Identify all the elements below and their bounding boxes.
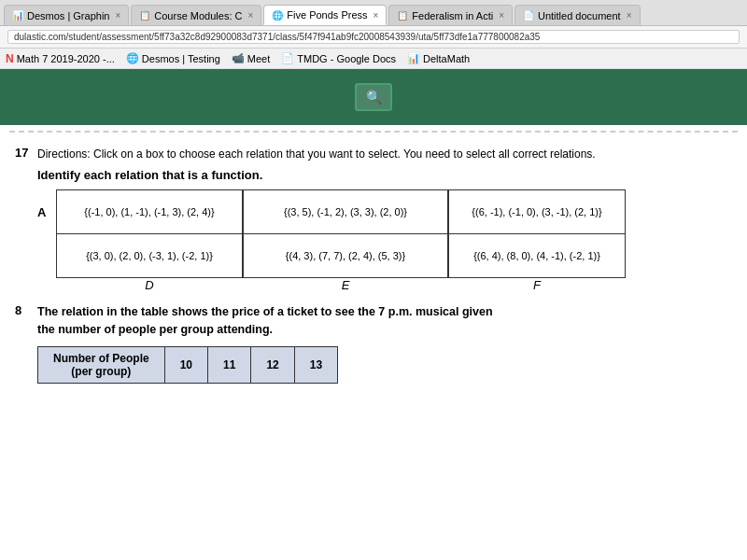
- table-header-10: 10: [164, 346, 207, 383]
- question-17: 17 Directions: Click on a box to choose …: [15, 146, 732, 292]
- tab-desmos-graphing-icon: 📊: [12, 10, 23, 21]
- tab-desmos-graphing[interactable]: 📊 Desmos | Graphin ×: [4, 5, 129, 25]
- grid-rows: A {(-1, 0), (1, -1), (-1, 3), (2, 4)} {(…: [37, 189, 626, 292]
- cell-d1-text: {(3, 0), (2, 0), (-3, 1), (-2, 1)}: [86, 250, 213, 261]
- bookmark-tmdg-label: TMDG - Google Docs: [297, 53, 396, 64]
- tab-desmos-graphing-label: Desmos | Graphin: [27, 10, 109, 21]
- browser-tabs: 📊 Desmos | Graphin × 📋 Course Modules: C…: [0, 0, 747, 26]
- row-a-cells: {(-1, 0), (1, -1), (-1, 3), (2, 4)} {(3,…: [56, 189, 626, 234]
- bookmark-tmdg-icon: 📄: [281, 52, 294, 64]
- below-labels: D E F: [56, 278, 626, 292]
- tab-five-ponds-label: Five Ponds Press: [287, 9, 367, 21]
- url-input[interactable]: dulastic.com/student/assessment/5ff73a32…: [7, 30, 740, 44]
- bookmark-math7[interactable]: N Math 7 2019-2020 -...: [6, 52, 115, 65]
- green-header: 🔍: [0, 69, 747, 125]
- tab-untitled-doc-close[interactable]: ×: [627, 10, 632, 21]
- bookmark-meet-icon: 📹: [232, 52, 245, 64]
- cell-a3-text: {(6, -1), (-1, 0), (3, -1), (2, 1)}: [472, 206, 601, 217]
- tab-untitled-doc-label: Untitled document: [538, 10, 621, 21]
- address-bar: dulastic.com/student/assessment/5ff73a32…: [0, 26, 747, 49]
- search-icon: 🔍: [366, 90, 382, 105]
- tab-untitled-doc[interactable]: 📄 Untitled document ×: [514, 5, 641, 25]
- cell-d1[interactable]: {(3, 0), (2, 0), (-3, 1), (-2, 1)}: [56, 233, 243, 278]
- tab-untitled-doc-icon: 📄: [523, 10, 534, 21]
- question-18: 8 The relation in the table shows the pr…: [15, 303, 732, 384]
- price-table: Number of People(per group) 10 11 12 13: [37, 346, 338, 384]
- question-18-number: 8: [15, 303, 37, 384]
- tab-course-modules-close[interactable]: ×: [247, 10, 253, 21]
- cell-d3[interactable]: {(6, 4), (8, 0), (4, -1), (-2, 1)}: [448, 233, 626, 278]
- q18-strong-2: the number of people per group attending…: [37, 323, 273, 336]
- bookmark-meet[interactable]: 📹 Meet: [232, 52, 270, 64]
- row-a-label: A: [37, 189, 56, 234]
- bookmark-deltamath[interactable]: 📊 DeltaMath: [407, 52, 470, 64]
- table-header-11: 11: [208, 346, 251, 383]
- tab-federalism-close[interactable]: ×: [499, 10, 504, 21]
- bookmark-desmos-testing-icon: 🌐: [126, 52, 139, 64]
- separator: [9, 131, 738, 133]
- tab-desmos-graphing-close[interactable]: ×: [115, 10, 120, 21]
- bookmark-tmdg[interactable]: 📄 TMDG - Google Docs: [281, 52, 396, 64]
- question-18-text: The relation in the table shows the pric…: [37, 303, 493, 339]
- question-17-directions: Directions: Click on a box to choose eac…: [37, 146, 732, 162]
- tab-federalism-icon: 📋: [397, 10, 408, 21]
- table-header-12: 12: [251, 346, 294, 383]
- question-17-prompt: Identify each relation that is a functio…: [37, 168, 732, 182]
- label-f: F: [448, 278, 626, 292]
- question-18-row: 8 The relation in the table shows the pr…: [15, 303, 732, 384]
- tab-five-ponds-icon: 🌐: [272, 10, 283, 21]
- tab-five-ponds[interactable]: 🌐 Five Ponds Press ×: [263, 5, 387, 25]
- q18-strong-1: The relation in the table shows the pric…: [37, 305, 493, 318]
- bookmark-meet-label: Meet: [247, 53, 270, 64]
- row-d-wrapper: D {(3, 0), (2, 0), (-3, 1), (-2, 1)} {(4…: [37, 233, 626, 278]
- bookmark-desmos-testing[interactable]: 🌐 Desmos | Testing: [126, 52, 220, 64]
- row-a-wrapper: A {(-1, 0), (1, -1), (-1, 3), (2, 4)} {(…: [37, 189, 626, 234]
- cell-a1[interactable]: {(-1, 0), (1, -1), (-1, 3), (2, 4)}: [56, 189, 243, 234]
- bookmark-desmos-testing-label: Desmos | Testing: [142, 53, 220, 64]
- question-area: 17 Directions: Click on a box to choose …: [0, 138, 747, 391]
- cell-d2[interactable]: {(4, 3), (7, 7), (2, 4), (5, 3)}: [243, 233, 448, 278]
- tab-course-modules-icon: 📋: [139, 10, 150, 21]
- cell-d2-text: {(4, 3), (7, 7), (2, 4), (5, 3)}: [286, 250, 405, 261]
- bookmark-math7-label: Math 7 2019-2020 -...: [17, 53, 115, 64]
- bookmark-deltamath-icon: 📊: [407, 52, 420, 64]
- question-17-number: 17: [15, 146, 37, 292]
- tab-federalism-label: Federalism in Acti: [412, 10, 493, 21]
- bookmark-math7-icon: N: [6, 52, 14, 65]
- label-d: D: [56, 278, 243, 292]
- page-content: 🔍 17 Directions: Click on a box to choos…: [0, 69, 747, 560]
- cell-a2[interactable]: {(3, 5), (-1, 2), (3, 3), (2, 0)}: [243, 189, 448, 234]
- cell-a3[interactable]: {(6, -1), (-1, 0), (3, -1), (2, 1)}: [448, 189, 626, 234]
- question-18-content: The relation in the table shows the pric…: [37, 303, 493, 384]
- table-header-13: 13: [294, 346, 337, 383]
- tab-five-ponds-close[interactable]: ×: [374, 10, 379, 21]
- bookmarks-bar: N Math 7 2019-2020 -... 🌐 Desmos | Testi…: [0, 49, 747, 69]
- tab-federalism[interactable]: 📋 Federalism in Acti ×: [388, 5, 513, 25]
- cell-a2-text: {(3, 5), (-1, 2), (3, 3), (2, 0)}: [284, 206, 407, 217]
- row-d-cells: {(3, 0), (2, 0), (-3, 1), (-2, 1)} {(4, …: [56, 233, 626, 278]
- tab-course-modules-label: Course Modules: C: [154, 10, 242, 21]
- search-button[interactable]: 🔍: [355, 83, 392, 111]
- label-e: E: [243, 278, 448, 292]
- table-header-people: Number of People(per group): [38, 346, 165, 383]
- bookmark-deltamath-label: DeltaMath: [423, 53, 470, 64]
- relations-grid-wrapper: A {(-1, 0), (1, -1), (-1, 3), (2, 4)} {(…: [37, 189, 732, 292]
- cell-a1-text: {(-1, 0), (1, -1), (-1, 3), (2, 4)}: [84, 206, 214, 217]
- cell-d3-text: {(6, 4), (8, 0), (4, -1), (-2, 1)}: [473, 250, 600, 261]
- tab-course-modules[interactable]: 📋 Course Modules: C ×: [131, 5, 261, 25]
